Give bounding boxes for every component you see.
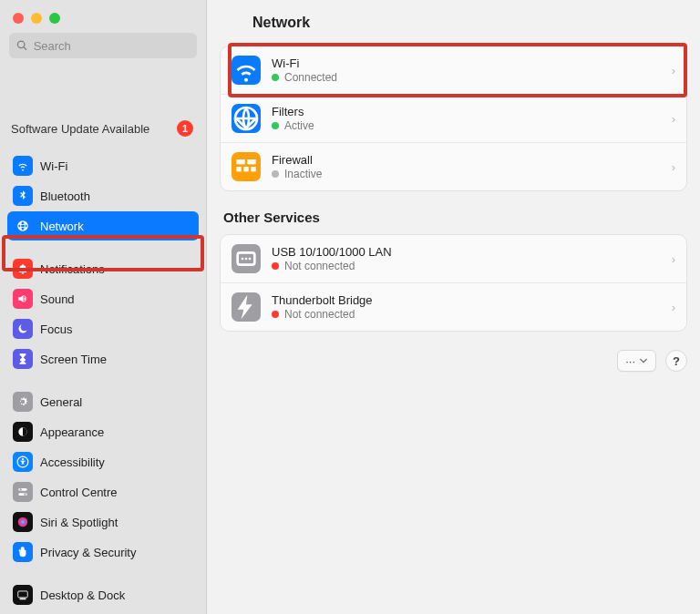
service-row-wifi[interactable]: Wi-FiConnected› bbox=[221, 46, 686, 94]
chevron-down-icon bbox=[639, 356, 648, 365]
minimize-window-button[interactable] bbox=[31, 13, 42, 24]
sidebar-item-network[interactable]: Network bbox=[7, 211, 199, 240]
sidebar-item-label: Privacy & Security bbox=[40, 546, 136, 559]
wifi-icon bbox=[232, 56, 261, 85]
sidebar-item-label: Control Centre bbox=[40, 486, 118, 499]
sidebar-item-label: Network bbox=[40, 220, 84, 233]
apple-id-block[interactable] bbox=[0, 66, 206, 113]
sidebar-item-label: Accessibility bbox=[40, 455, 105, 469]
sidebar-item-desktop[interactable]: Desktop & Dock bbox=[7, 580, 199, 609]
status-dot bbox=[272, 170, 279, 178]
status-dot bbox=[272, 262, 279, 270]
hourglass-icon bbox=[13, 349, 33, 369]
software-update-row[interactable]: Software Update Available 1 bbox=[0, 113, 206, 146]
sidebar-item-privacy[interactable]: Privacy & Security bbox=[7, 537, 199, 567]
wifi-icon bbox=[13, 156, 33, 176]
appearance-icon bbox=[13, 422, 33, 442]
more-button[interactable]: ··· bbox=[617, 350, 656, 372]
service-status: Not connected bbox=[272, 308, 373, 321]
main-pane: Network Wi-FiConnected›FiltersActive›Fir… bbox=[207, 0, 700, 614]
sidebar-item-label: Screen Time bbox=[40, 353, 107, 366]
sidebar-item-siri[interactable]: Siri & Spotlight bbox=[7, 507, 199, 537]
access-icon bbox=[13, 452, 33, 472]
service-name: USB 10/100/1000 LAN bbox=[272, 245, 392, 259]
svg-point-21 bbox=[249, 258, 252, 261]
primary-services-group: Wi-FiConnected›FiltersActive›FirewallIna… bbox=[220, 46, 687, 191]
toggles-icon bbox=[13, 482, 33, 502]
service-name: Thunderbolt Bridge bbox=[272, 293, 373, 307]
zoom-window-button[interactable] bbox=[49, 13, 60, 24]
svg-point-8 bbox=[24, 493, 26, 495]
status-dot bbox=[272, 122, 279, 129]
service-row-usb[interactable]: USB 10/100/1000 LANNot connected› bbox=[221, 235, 686, 282]
sidebar: Software Update Available 1 Wi-FiBluetoo… bbox=[0, 0, 207, 614]
globe-icon bbox=[13, 216, 33, 236]
svg-point-9 bbox=[18, 517, 28, 527]
svg-rect-16 bbox=[243, 167, 248, 171]
filters-icon bbox=[232, 104, 261, 133]
sidebar-item-label: Siri & Spotlight bbox=[40, 516, 118, 529]
service-row-firewall[interactable]: FirewallInactive› bbox=[221, 142, 686, 190]
service-name: Filters bbox=[272, 105, 314, 118]
window-controls bbox=[0, 0, 206, 33]
search-field-wrap[interactable] bbox=[9, 33, 197, 58]
search-icon bbox=[16, 39, 28, 52]
service-row-filters[interactable]: FiltersActive› bbox=[221, 94, 686, 142]
svg-rect-17 bbox=[251, 167, 255, 171]
sidebar-item-focus[interactable]: Focus bbox=[7, 314, 199, 343]
sidebar-item-label: Bluetooth bbox=[40, 189, 90, 203]
ethernet-icon bbox=[232, 244, 261, 273]
service-status: Not connected bbox=[272, 260, 392, 272]
sidebar-item-notifications[interactable]: Notifications bbox=[7, 254, 199, 283]
sidebar-item-label: Sound bbox=[40, 292, 75, 306]
service-status: Connected bbox=[272, 71, 337, 84]
siri-icon bbox=[13, 512, 33, 532]
service-status: Active bbox=[272, 119, 314, 132]
sidebar-item-general[interactable]: General bbox=[7, 387, 199, 416]
sidebar-items: Wi-FiBluetoothNetworkNotificationsSoundF… bbox=[0, 151, 206, 610]
sidebar-item-wifi[interactable]: Wi-Fi bbox=[7, 151, 199, 180]
svg-point-20 bbox=[245, 258, 248, 261]
help-button[interactable]: ? bbox=[665, 350, 687, 372]
software-update-badge: 1 bbox=[177, 120, 193, 137]
sidebar-item-label: Focus bbox=[40, 322, 72, 336]
software-update-label: Software Update Available bbox=[11, 122, 149, 136]
sidebar-item-controlcentre[interactable]: Control Centre bbox=[7, 477, 199, 507]
svg-rect-13 bbox=[236, 159, 244, 164]
hand-icon bbox=[13, 542, 33, 562]
status-dot bbox=[272, 311, 279, 318]
sidebar-item-label: Desktop & Dock bbox=[40, 588, 125, 602]
status-dot bbox=[272, 74, 279, 81]
moon-icon bbox=[13, 319, 33, 339]
page-title: Network bbox=[220, 11, 687, 46]
chevron-right-icon: › bbox=[672, 160, 675, 174]
service-name: Firewall bbox=[272, 153, 322, 167]
svg-rect-10 bbox=[18, 591, 28, 598]
sidebar-item-sound[interactable]: Sound bbox=[7, 284, 199, 313]
sound-icon bbox=[13, 289, 33, 309]
chevron-right-icon: › bbox=[672, 301, 675, 314]
sidebar-item-screentime[interactable]: Screen Time bbox=[7, 344, 199, 374]
svg-rect-1 bbox=[20, 363, 26, 364]
chevron-right-icon: › bbox=[672, 112, 675, 126]
svg-rect-14 bbox=[247, 159, 255, 164]
sidebar-item-accessibility[interactable]: Accessibility bbox=[7, 447, 199, 476]
sidebar-item-label: Notifications bbox=[40, 262, 105, 276]
other-services-group: USB 10/100/1000 LANNot connected›Thunder… bbox=[220, 234, 687, 332]
search-input[interactable] bbox=[34, 39, 190, 53]
svg-rect-15 bbox=[236, 167, 241, 171]
service-row-thunderbolt[interactable]: Thunderbolt BridgeNot connected› bbox=[221, 282, 686, 331]
gear-icon bbox=[13, 392, 33, 412]
chevron-right-icon: › bbox=[672, 64, 675, 77]
svg-point-19 bbox=[242, 258, 244, 261]
sidebar-item-bluetooth[interactable]: Bluetooth bbox=[7, 181, 199, 210]
bolt-icon bbox=[232, 292, 261, 322]
sidebar-item-appearance[interactable]: Appearance bbox=[7, 417, 199, 446]
other-services-title: Other Services bbox=[223, 210, 687, 225]
close-window-button[interactable] bbox=[13, 13, 24, 24]
svg-rect-11 bbox=[20, 599, 26, 600]
firewall-icon bbox=[232, 152, 261, 181]
bluetooth-icon bbox=[13, 186, 33, 206]
sidebar-item-label: General bbox=[40, 395, 82, 409]
footer-buttons: ··· ? bbox=[220, 350, 687, 372]
